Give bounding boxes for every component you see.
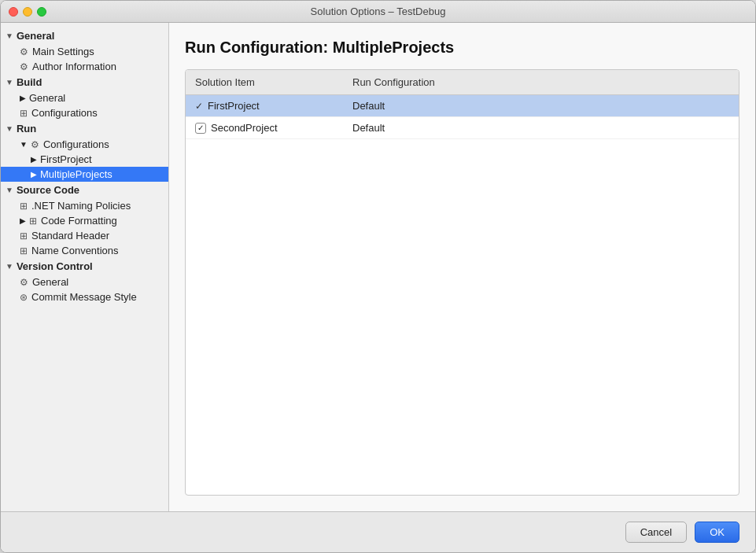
- sidebar-item-multiple-projects[interactable]: ▶ MultipleProjects: [1, 167, 168, 182]
- sidebar-item-standard-header[interactable]: ⊞ Standard Header: [1, 228, 168, 243]
- traffic-lights: [9, 7, 46, 17]
- gear-icon: ⚙: [20, 46, 28, 57]
- sidebar-item-name-conventions-label: Name Conventions: [31, 245, 119, 256]
- sidebar-item-name-conventions[interactable]: ⊞ Name Conventions: [1, 243, 168, 258]
- table-cell-second-project-name: ✓ SecondProject: [186, 119, 343, 137]
- chevron-right-icon: ▶: [20, 216, 26, 225]
- window: Solution Options – TestDebug ▼ General ⚙…: [0, 0, 756, 553]
- sidebar-item-net-naming-policies[interactable]: ⊞ .NET Naming Policies: [1, 198, 168, 213]
- grid-icon: ⊞: [20, 201, 28, 212]
- chevron-down-icon: ▼: [6, 186, 13, 194]
- minimize-button[interactable]: [23, 7, 32, 17]
- chevron-right-icon: ▶: [31, 170, 37, 179]
- sidebar-item-net-naming-policies-label: .NET Naming Policies: [31, 200, 131, 212]
- sidebar-item-build-general[interactable]: ▶ General: [1, 90, 168, 105]
- sidebar-item-configurations-build[interactable]: ⊞ Configurations: [1, 105, 168, 120]
- chevron-right-icon: ▶: [31, 155, 37, 164]
- sidebar-item-vc-general[interactable]: ⚙ General: [1, 275, 168, 289]
- chevron-down-icon: ▼: [6, 262, 13, 271]
- sidebar-item-main-settings-label: Main Settings: [32, 46, 94, 57]
- sidebar: ▼ General ⚙ Main Settings ⚙ Author Infor…: [1, 23, 169, 511]
- table-row[interactable]: ✓ FirstProject Default: [186, 95, 739, 117]
- chevron-down-icon: ▼: [6, 31, 13, 40]
- grid-icon: ⊞: [20, 108, 28, 119]
- sidebar-section-version-control[interactable]: ▼ Version Control: [1, 258, 168, 275]
- sidebar-section-source-code-label: Source Code: [17, 184, 79, 196]
- sidebar-section-run-label: Run: [17, 123, 36, 135]
- sidebar-item-code-formatting-label: Code Formatting: [41, 215, 117, 227]
- footer: Cancel OK: [1, 511, 755, 552]
- table-cell-first-project-name: ✓ FirstProject: [186, 97, 343, 115]
- cancel-button[interactable]: Cancel: [625, 522, 687, 543]
- ok-button[interactable]: OK: [695, 522, 739, 543]
- chevron-down-icon: ▼: [6, 78, 13, 87]
- commit-icon: ⊛: [20, 292, 28, 303]
- table-cell-first-project-label: FirstProject: [208, 100, 260, 112]
- sidebar-item-configurations-build-label: Configurations: [31, 107, 98, 119]
- sidebar-item-vc-general-label: General: [32, 276, 68, 288]
- table-header: Solution Item Run Configuration: [186, 70, 739, 95]
- table-header-run-configuration: Run Configuration: [343, 73, 444, 91]
- sidebar-section-build[interactable]: ▼ Build: [1, 74, 168, 90]
- sidebar-item-run-configurations-label: Configurations: [43, 138, 109, 150]
- sidebar-item-standard-header-label: Standard Header: [31, 230, 109, 241]
- sidebar-item-author-information[interactable]: ⚙ Author Information: [1, 59, 168, 74]
- sidebar-item-run-configurations[interactable]: ▼ ⚙ Configurations: [1, 137, 168, 152]
- sidebar-item-build-general-label: General: [29, 92, 65, 104]
- sidebar-item-commit-message-style[interactable]: ⊛ Commit Message Style: [1, 289, 168, 304]
- sidebar-section-run[interactable]: ▼ Run: [1, 120, 168, 137]
- table-cell-second-project-label: SecondProject: [211, 122, 278, 134]
- run-configuration-table: Solution Item Run Configuration ✓ FirstP…: [185, 69, 739, 496]
- main-panel: Run Configuration: MultipleProjects Solu…: [169, 23, 755, 511]
- main-content: ▼ General ⚙ Main Settings ⚙ Author Infor…: [1, 23, 755, 511]
- close-button[interactable]: [9, 7, 18, 17]
- sidebar-item-author-information-label: Author Information: [32, 61, 116, 72]
- table-header-solution-item: Solution Item: [186, 73, 343, 91]
- checkmark-icon: ✓: [195, 101, 203, 112]
- grid-icon: ⊞: [20, 245, 28, 256]
- gear-icon: ⚙: [20, 61, 28, 72]
- sidebar-section-general[interactable]: ▼ General: [1, 28, 168, 44]
- gear-icon: ⚙: [31, 139, 39, 150]
- sidebar-section-general-label: General: [17, 30, 54, 42]
- chevron-right-icon: ▶: [20, 94, 26, 102]
- window-title: Solution Options – TestDebug: [311, 6, 446, 17]
- sidebar-item-commit-message-style-label: Commit Message Style: [31, 291, 137, 303]
- grid-icon: ⊞: [20, 230, 28, 241]
- gear-icon: ⚙: [20, 277, 28, 288]
- sidebar-item-code-formatting[interactable]: ▶ ⊞ Code Formatting: [1, 213, 168, 228]
- sidebar-item-first-project[interactable]: ▶ FirstProject: [1, 152, 168, 167]
- sidebar-item-first-project-label: FirstProject: [40, 153, 92, 165]
- grid-icon: ⊞: [29, 216, 37, 227]
- sidebar-item-main-settings[interactable]: ⚙ Main Settings: [1, 44, 168, 59]
- page-title: Run Configuration: MultipleProjects: [185, 39, 739, 57]
- sidebar-section-source-code[interactable]: ▼ Source Code: [1, 182, 168, 198]
- checkbox-icon[interactable]: ✓: [195, 123, 206, 134]
- table-row[interactable]: ✓ SecondProject Default: [186, 117, 739, 139]
- titlebar: Solution Options – TestDebug: [1, 1, 755, 23]
- maximize-button[interactable]: [37, 7, 46, 17]
- chevron-down-icon: ▼: [6, 124, 13, 133]
- table-cell-second-project-config: Default: [343, 119, 394, 137]
- chevron-down-icon: ▼: [20, 140, 28, 149]
- table-cell-first-project-config: Default: [343, 97, 394, 115]
- sidebar-item-multiple-projects-label: MultipleProjects: [40, 168, 112, 180]
- sidebar-section-version-control-label: Version Control: [17, 260, 93, 272]
- sidebar-section-build-label: Build: [17, 76, 42, 88]
